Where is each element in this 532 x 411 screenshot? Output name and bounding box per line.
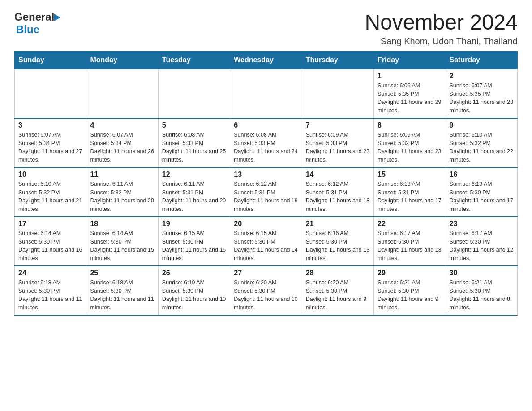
col-header-wednesday: Wednesday (230, 51, 302, 69)
calendar-cell: 13Sunrise: 6:12 AM Sunset: 5:31 PM Dayli… (230, 167, 302, 217)
calendar-header-row: SundayMondayTuesdayWednesdayThursdayFrid… (15, 51, 518, 69)
day-info: Sunrise: 6:17 AM Sunset: 5:30 PM Dayligh… (450, 229, 514, 263)
day-number: 23 (450, 220, 514, 228)
day-info: Sunrise: 6:19 AM Sunset: 5:30 PM Dayligh… (162, 278, 226, 312)
day-number: 21 (306, 220, 370, 228)
calendar-cell: 25Sunrise: 6:18 AM Sunset: 5:30 PM Dayli… (86, 266, 158, 315)
day-info: Sunrise: 6:07 AM Sunset: 5:35 PM Dayligh… (450, 81, 514, 115)
calendar-cell (302, 69, 373, 118)
calendar-cell: 6Sunrise: 6:08 AM Sunset: 5:33 PM Daylig… (230, 118, 302, 167)
day-info: Sunrise: 6:11 AM Sunset: 5:31 PM Dayligh… (162, 180, 226, 214)
day-info: Sunrise: 6:21 AM Sunset: 5:30 PM Dayligh… (450, 278, 514, 312)
day-info: Sunrise: 6:12 AM Sunset: 5:31 PM Dayligh… (306, 180, 370, 214)
col-header-tuesday: Tuesday (158, 51, 230, 69)
calendar-cell: 29Sunrise: 6:21 AM Sunset: 5:30 PM Dayli… (374, 266, 446, 315)
day-number: 17 (18, 220, 82, 228)
day-number: 12 (162, 171, 226, 179)
day-info: Sunrise: 6:08 AM Sunset: 5:33 PM Dayligh… (234, 131, 298, 164)
calendar-cell: 21Sunrise: 6:16 AM Sunset: 5:30 PM Dayli… (302, 217, 373, 266)
logo: General Blue (14, 11, 60, 36)
col-header-thursday: Thursday (302, 51, 373, 69)
day-info: Sunrise: 6:10 AM Sunset: 5:32 PM Dayligh… (450, 131, 514, 164)
day-number: 24 (18, 269, 82, 277)
calendar-cell: 16Sunrise: 6:13 AM Sunset: 5:30 PM Dayli… (446, 167, 517, 217)
logo-general: General (14, 11, 54, 23)
calendar-week-row: 10Sunrise: 6:10 AM Sunset: 5:32 PM Dayli… (15, 167, 518, 217)
day-info: Sunrise: 6:15 AM Sunset: 5:30 PM Dayligh… (162, 229, 226, 263)
month-title: November 2024 (365, 11, 518, 34)
day-number: 7 (306, 121, 370, 129)
day-number: 1 (378, 72, 442, 80)
calendar-cell: 14Sunrise: 6:12 AM Sunset: 5:31 PM Dayli… (302, 167, 373, 217)
calendar-cell: 8Sunrise: 6:09 AM Sunset: 5:32 PM Daylig… (374, 118, 446, 167)
calendar-week-row: 1Sunrise: 6:06 AM Sunset: 5:35 PM Daylig… (15, 69, 518, 118)
day-number: 19 (162, 220, 226, 228)
day-number: 3 (18, 121, 82, 129)
calendar-cell (230, 69, 302, 118)
day-number: 14 (306, 171, 370, 179)
day-info: Sunrise: 6:15 AM Sunset: 5:30 PM Dayligh… (234, 229, 298, 263)
calendar-cell (15, 69, 86, 118)
day-info: Sunrise: 6:06 AM Sunset: 5:35 PM Dayligh… (378, 81, 442, 115)
day-info: Sunrise: 6:14 AM Sunset: 5:30 PM Dayligh… (90, 229, 154, 263)
calendar-table: SundayMondayTuesdayWednesdayThursdayFrid… (14, 51, 518, 316)
calendar-week-row: 17Sunrise: 6:14 AM Sunset: 5:30 PM Dayli… (15, 217, 518, 266)
calendar-cell: 5Sunrise: 6:08 AM Sunset: 5:33 PM Daylig… (158, 118, 230, 167)
calendar-cell: 20Sunrise: 6:15 AM Sunset: 5:30 PM Dayli… (230, 217, 302, 266)
calendar-week-row: 24Sunrise: 6:18 AM Sunset: 5:30 PM Dayli… (15, 266, 518, 315)
calendar-cell: 28Sunrise: 6:20 AM Sunset: 5:30 PM Dayli… (302, 266, 373, 315)
day-info: Sunrise: 6:09 AM Sunset: 5:32 PM Dayligh… (378, 131, 442, 164)
day-number: 15 (378, 171, 442, 179)
col-header-friday: Friday (374, 51, 446, 69)
location-subtitle: Sang Khom, Udon Thani, Thailand (365, 36, 518, 47)
calendar-cell: 7Sunrise: 6:09 AM Sunset: 5:33 PM Daylig… (302, 118, 373, 167)
calendar-cell: 1Sunrise: 6:06 AM Sunset: 5:35 PM Daylig… (374, 69, 446, 118)
day-number: 11 (90, 171, 154, 179)
day-info: Sunrise: 6:16 AM Sunset: 5:30 PM Dayligh… (306, 229, 370, 263)
day-info: Sunrise: 6:18 AM Sunset: 5:30 PM Dayligh… (90, 278, 154, 312)
day-number: 8 (378, 121, 442, 129)
day-number: 13 (234, 171, 298, 179)
day-info: Sunrise: 6:12 AM Sunset: 5:31 PM Dayligh… (234, 180, 298, 214)
calendar-cell (158, 69, 230, 118)
day-number: 5 (162, 121, 226, 129)
page-header: General Blue November 2024 Sang Khom, Ud… (14, 11, 518, 47)
calendar-cell: 11Sunrise: 6:11 AM Sunset: 5:32 PM Dayli… (86, 167, 158, 217)
day-number: 28 (306, 269, 370, 277)
day-info: Sunrise: 6:20 AM Sunset: 5:30 PM Dayligh… (306, 278, 370, 312)
day-number: 6 (234, 121, 298, 129)
day-info: Sunrise: 6:17 AM Sunset: 5:30 PM Dayligh… (378, 229, 442, 263)
calendar-week-row: 3Sunrise: 6:07 AM Sunset: 5:34 PM Daylig… (15, 118, 518, 167)
calendar-cell: 2Sunrise: 6:07 AM Sunset: 5:35 PM Daylig… (446, 69, 517, 118)
col-header-saturday: Saturday (446, 51, 517, 69)
calendar-cell: 9Sunrise: 6:10 AM Sunset: 5:32 PM Daylig… (446, 118, 517, 167)
day-info: Sunrise: 6:08 AM Sunset: 5:33 PM Dayligh… (162, 131, 226, 164)
day-number: 9 (450, 121, 514, 129)
calendar-cell: 18Sunrise: 6:14 AM Sunset: 5:30 PM Dayli… (86, 217, 158, 266)
day-number: 2 (450, 72, 514, 80)
calendar-cell (86, 69, 158, 118)
calendar-cell: 24Sunrise: 6:18 AM Sunset: 5:30 PM Dayli… (15, 266, 86, 315)
calendar-cell: 10Sunrise: 6:10 AM Sunset: 5:32 PM Dayli… (15, 167, 86, 217)
day-number: 29 (378, 269, 442, 277)
day-info: Sunrise: 6:13 AM Sunset: 5:30 PM Dayligh… (450, 180, 514, 214)
day-number: 27 (234, 269, 298, 277)
day-number: 25 (90, 269, 154, 277)
day-info: Sunrise: 6:20 AM Sunset: 5:30 PM Dayligh… (234, 278, 298, 312)
col-header-sunday: Sunday (15, 51, 86, 69)
day-number: 20 (234, 220, 298, 228)
calendar-cell: 19Sunrise: 6:15 AM Sunset: 5:30 PM Dayli… (158, 217, 230, 266)
day-info: Sunrise: 6:14 AM Sunset: 5:30 PM Dayligh… (18, 229, 82, 263)
logo-arrow-icon (54, 14, 60, 21)
day-info: Sunrise: 6:11 AM Sunset: 5:32 PM Dayligh… (90, 180, 154, 214)
calendar-cell: 4Sunrise: 6:07 AM Sunset: 5:34 PM Daylig… (86, 118, 158, 167)
calendar-cell: 22Sunrise: 6:17 AM Sunset: 5:30 PM Dayli… (374, 217, 446, 266)
day-number: 4 (90, 121, 154, 129)
calendar-cell: 30Sunrise: 6:21 AM Sunset: 5:30 PM Dayli… (446, 266, 517, 315)
day-number: 16 (450, 171, 514, 179)
calendar-cell: 27Sunrise: 6:20 AM Sunset: 5:30 PM Dayli… (230, 266, 302, 315)
day-info: Sunrise: 6:07 AM Sunset: 5:34 PM Dayligh… (90, 131, 154, 164)
day-number: 10 (18, 171, 82, 179)
calendar-cell: 15Sunrise: 6:13 AM Sunset: 5:31 PM Dayli… (374, 167, 446, 217)
day-number: 26 (162, 269, 226, 277)
